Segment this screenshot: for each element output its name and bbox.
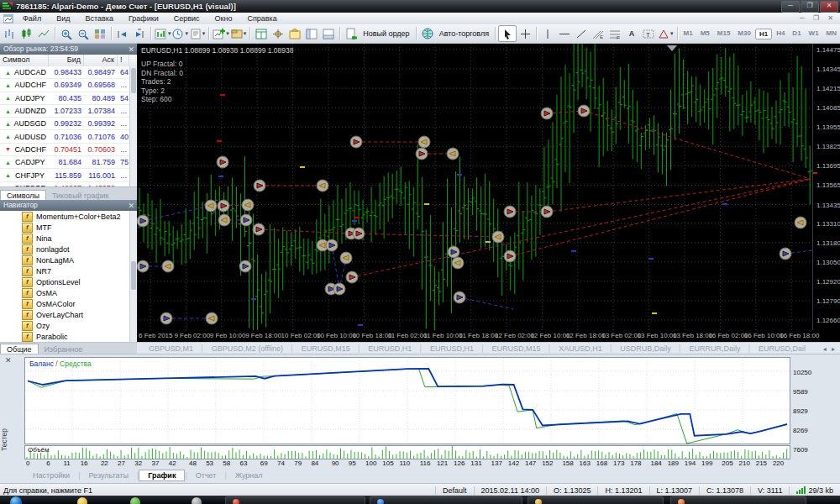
chart-tab[interactable]: EURRUR,Daily xyxy=(682,344,747,353)
trade-marker-exit[interactable] xyxy=(447,148,459,160)
trade-marker-buy[interactable] xyxy=(326,239,338,251)
trade-marker-sell[interactable] xyxy=(254,180,265,192)
windows-taskbar[interactable] xyxy=(0,496,840,504)
taskbar-window[interactable] xyxy=(225,496,365,504)
timeframe-MN[interactable]: MN xyxy=(823,29,840,39)
indicators-icon[interactable]: ▾ xyxy=(154,26,171,41)
text-tool-icon[interactable]: A xyxy=(623,26,640,41)
horizontal-line-icon[interactable] xyxy=(556,26,573,41)
market-watch-row[interactable]: ▲AUDUSD0.710360.7107640 xyxy=(0,130,137,143)
time-axis[interactable]: 6 Feb 20159 Feb 02:009 Feb 10:009 Feb 18… xyxy=(137,330,840,342)
chart-tab[interactable]: USDRUB,Daily xyxy=(613,344,678,353)
taskbar-icon[interactable] xyxy=(192,497,202,504)
crosshair-icon[interactable] xyxy=(517,26,533,41)
market-watch-row[interactable]: ▲CADJPY81.68481.75975 xyxy=(0,156,137,169)
chart-tab[interactable]: EURUSD,Daily xyxy=(752,344,806,353)
navigator-item-OsMAColor[interactable]: fOsMAColor xyxy=(0,298,137,309)
fibonacci-icon[interactable]: F xyxy=(606,26,623,41)
trade-marker-exit[interactable] xyxy=(206,312,218,324)
col-symbol[interactable]: Символ xyxy=(0,55,49,66)
trade-marker-sell[interactable] xyxy=(416,148,428,160)
menu-Файл[interactable]: Файл xyxy=(15,14,49,23)
navigator-item-Momentum+Color+Beta2[interactable]: fMomentum+Color+Beta2 xyxy=(0,211,137,222)
market-watch-scrollbar[interactable] xyxy=(129,66,137,186)
tile-windows-icon[interactable] xyxy=(92,26,108,41)
line-chart-icon[interactable] xyxy=(35,26,52,41)
profiles-icon[interactable]: ▾ xyxy=(230,26,247,41)
chart-tab[interactable]: EURUSD,M15 xyxy=(486,344,548,353)
bar-chart-icon[interactable] xyxy=(2,26,18,41)
trade-marker-exit[interactable] xyxy=(452,257,464,269)
navigator-item-OsMA[interactable]: fOsMA xyxy=(0,287,137,298)
new-order-icon[interactable] xyxy=(343,26,360,41)
trade-marker-sell[interactable] xyxy=(504,250,516,262)
trade-marker-exit[interactable] xyxy=(317,180,328,192)
taskbar-window[interactable] xyxy=(528,496,664,504)
trade-marker-sell[interactable] xyxy=(541,206,553,218)
taskbar-icon[interactable] xyxy=(77,497,87,504)
menu-Графики[interactable]: Графики xyxy=(121,14,166,23)
trade-marker-exit[interactable] xyxy=(162,260,174,272)
trade-marker-sell[interactable] xyxy=(253,223,265,235)
chart-tab[interactable]: XAUUSD,H1 xyxy=(552,344,609,353)
trade-marker-buy[interactable] xyxy=(448,246,459,258)
market-watch-icon[interactable] xyxy=(286,26,303,41)
trade-marker-exit[interactable] xyxy=(795,217,806,228)
col-exclaim[interactable]: ! xyxy=(118,55,129,66)
navigator-item-Parabolic[interactable]: fParabolic xyxy=(0,331,137,342)
trade-marker-exit[interactable] xyxy=(218,214,230,226)
trade-marker-buy[interactable] xyxy=(240,214,252,226)
chart-tab[interactable]: EURUSD,H1 xyxy=(423,344,480,353)
label-tool-icon[interactable]: T xyxy=(640,26,657,41)
timeframe-H4[interactable]: H4 xyxy=(773,29,788,39)
market-watch-row[interactable]: ▲AUDSGD0.992320.99392... xyxy=(0,118,137,130)
vertical-line-icon[interactable] xyxy=(539,26,556,41)
cursor-icon[interactable] xyxy=(498,25,517,42)
trade-marker-sell[interactable] xyxy=(353,228,365,239)
auto-scroll-icon[interactable] xyxy=(114,26,131,41)
chart-shift-icon[interactable] xyxy=(131,26,148,41)
tester-close-icon[interactable]: ✕ xyxy=(5,356,12,365)
navigator-icon[interactable] xyxy=(303,26,320,41)
col-ask[interactable]: Аск xyxy=(84,55,118,66)
timeframe-H1[interactable]: H1 xyxy=(755,29,772,39)
market-watch-row[interactable]: ▲AUDCHF0.693490.69568... xyxy=(0,79,137,92)
trade-marker-sell[interactable] xyxy=(217,156,228,168)
trade-marker-sell[interactable] xyxy=(346,271,358,283)
tester-panel-label[interactable]: Тестер xyxy=(0,428,9,451)
market-watch-row[interactable]: ▲AUDNZD1.072331.07384... xyxy=(0,105,137,118)
market-watch-row[interactable]: ▼CADCHF0.704510.70603... xyxy=(0,144,137,156)
trendline-icon[interactable] xyxy=(573,26,590,41)
start-orb[interactable] xyxy=(10,496,22,504)
menu-Вид[interactable]: Вид xyxy=(49,14,77,23)
tester-tab-Настройки[interactable]: Настройки xyxy=(24,470,78,480)
new-chart-icon[interactable]: ▾ xyxy=(212,26,229,41)
tester-tab-Отчет[interactable]: Отчет xyxy=(187,470,225,480)
chart-tab[interactable]: EURUSD,H1 xyxy=(361,344,418,353)
navigator-item-nonlagdot[interactable]: fnonlagdot xyxy=(0,244,137,255)
periods-icon[interactable]: ▾ xyxy=(171,26,188,41)
data-window-icon[interactable] xyxy=(253,26,270,41)
col-bid[interactable]: Бид xyxy=(49,55,84,66)
templates-icon[interactable]: ▾ xyxy=(189,26,206,41)
trade-marker-exit[interactable] xyxy=(418,136,430,148)
zoom-in-icon[interactable] xyxy=(58,26,75,41)
trade-marker-sell[interactable] xyxy=(350,136,362,148)
new-order-button[interactable]: Новый ордер xyxy=(360,26,412,41)
trade-marker-sell[interactable] xyxy=(504,206,516,218)
shapes-icon[interactable]: ▾ xyxy=(657,26,674,41)
chart-tab[interactable]: EURUSD,M15 xyxy=(295,344,357,353)
chart-tab[interactable]: GBPUSD,M2 (offline) xyxy=(205,344,290,353)
trade-marker-exit[interactable] xyxy=(492,231,504,243)
close-button[interactable]: ✕ xyxy=(820,1,838,13)
navigator-scrollbar[interactable] xyxy=(129,211,137,342)
trade-marker-exit[interactable] xyxy=(205,200,217,212)
taskbar-icon[interactable] xyxy=(130,497,140,504)
channel-icon[interactable]: E xyxy=(590,26,606,41)
trade-marker-sell[interactable] xyxy=(218,200,229,212)
price-axis[interactable]: 1.144751.143451.142151.140851.139551.138… xyxy=(812,44,840,330)
mdi-window-controls[interactable]: ─ ❐ ✕ xyxy=(800,14,837,22)
taskbar-window[interactable] xyxy=(670,496,806,504)
navigator-item-Ozy[interactable]: fOzy xyxy=(0,320,137,331)
market-watch-row[interactable]: ▲AUDCAD0.984330.9849764 xyxy=(0,66,137,79)
